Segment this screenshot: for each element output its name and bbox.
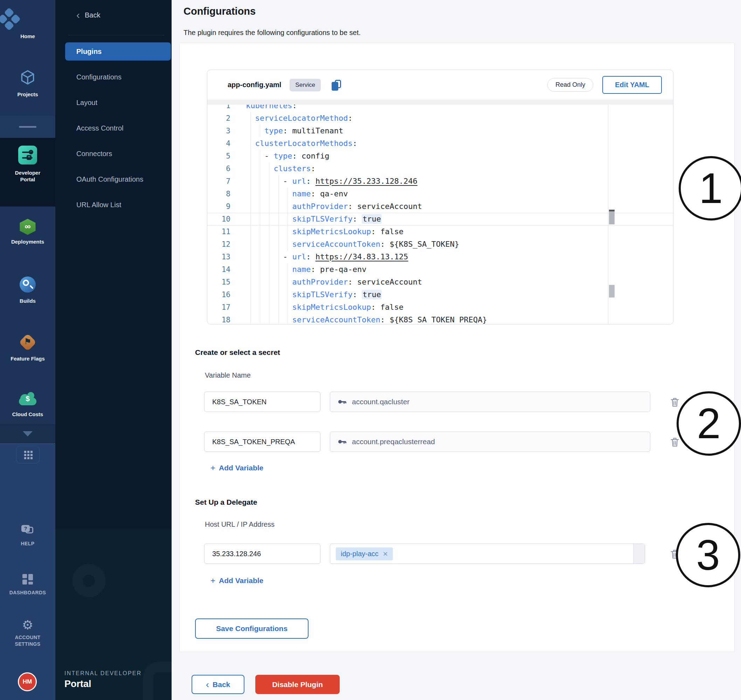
sidebar-item-dashboards[interactable]: DASHBOARDS [0,574,55,596]
screen: Home Projects Developer Portal ∞ Deploym… [0,0,741,700]
add-variable-button[interactable]: +Add Variable [211,463,263,473]
sidebar-item-help[interactable]: ? HELP [0,525,55,547]
save-configurations-button[interactable]: Save Configurations [195,618,308,639]
developer-portal-icon [18,146,37,165]
nav-item-access-control[interactable]: Access Control [77,121,164,135]
sidebar-item-projects[interactable]: Projects [0,69,55,98]
sidebar-item-label: ACCOUNT SETTINGS [9,634,47,647]
variable-name-input[interactable] [204,432,320,452]
nav-item-configurations[interactable]: Configurations [77,70,164,84]
back-link[interactable]: ‹Back [77,11,100,19]
feature-flags-icon: ⚑ [20,334,36,350]
service-badge: Service [290,79,321,91]
sidebar-item-account-settings[interactable]: ⚙ ACCOUNT SETTINGS [0,619,55,647]
disable-plugin-button[interactable]: Disable Plugin [255,675,340,694]
deployments-icon: ∞ [19,219,37,235]
chevron-left-icon: ‹ [77,9,80,21]
portal-title: Portal [65,679,91,690]
sidebar-item-label: Deployments [0,238,55,245]
sidebar-item-label: DASHBOARDS [0,590,55,596]
sidebar-item-feature-flags[interactable]: ⚑ Feature Flags [0,334,55,362]
remove-tag-icon[interactable]: ✕ [383,550,388,557]
decorative-ring [72,564,106,597]
sidebar-item-builds[interactable]: Builds [0,276,55,304]
nav-item-url-allow-list[interactable]: URL Allow List [77,198,164,212]
sidebar-item-label: Projects [0,91,55,98]
decorative-rounded-rect [143,662,172,700]
sidebar-item-label: Cloud Costs [0,411,55,418]
scrollbar-thumb[interactable] [609,210,614,224]
sidebar-item-label: Developer Portal [9,169,47,183]
key-icon [337,397,347,407]
yaml-editor-card: app-config.yaml Service Read Only Edit Y… [207,70,673,325]
module-sidebar: Home Projects Developer Portal ∞ Deploym… [0,0,55,700]
help-chat-icon: ? [21,525,34,535]
drag-handle-icon [19,126,37,128]
read-only-badge: Read Only [547,78,593,92]
horizontal-scrollbar-track[interactable] [207,100,673,104]
variable-name-label: Variable Name [205,371,251,379]
cloud-costs-icon: $ [18,391,37,406]
tag-field-suffix [633,544,645,563]
yaml-filename: app-config.yaml [228,81,281,89]
plugin-nav-sidebar: ‹Back Plugins Configurations Layout Acce… [55,0,172,700]
sidebar-item-deployments[interactable]: ∞ Deployments [0,219,55,245]
delegate-tag-chip: idp-play-acc✕ [336,547,393,560]
delegate-section-heading: Set Up a Delegate [195,498,257,506]
secret-value: account.preqaclusterread [352,437,435,446]
annotation-circle-3: 3 [676,523,740,587]
plus-icon: + [211,463,215,472]
chevron-left-icon: ‹ [206,679,209,690]
page-title: Configurations [184,6,256,17]
sidebar-bottom-band [0,443,55,700]
module-grid-button[interactable] [16,446,40,463]
nav-item-connectors[interactable]: Connectors [77,147,164,161]
host-url-input[interactable] [204,544,320,564]
apps-grid-icon [24,451,32,459]
variable-name-input[interactable] [204,392,320,412]
sidebar-collapse-band[interactable] [0,116,55,138]
gear-icon: ⚙ [22,618,33,632]
nav-footer-panel: INTERNAL DEVELOPER Portal [55,529,172,700]
secret-section-heading: Create or select a secret [195,348,280,357]
host-url-label: Host URL / IP Address [205,521,274,528]
annotation-circle-2: 2 [676,391,741,456]
secret-selector[interactable]: account.preqaclusterread [330,432,650,452]
sidebar-item-label: HELP [0,540,55,547]
sidebar-item-label: Home [0,33,55,40]
footer-back-button[interactable]: ‹Back [192,675,245,694]
annotation-circle-1: 1 [679,156,741,221]
delegate-tag-field[interactable]: idp-play-acc✕ [330,544,645,564]
plus-icon: + [211,576,215,585]
main-content: Configurations The plugin requires the f… [172,0,741,700]
key-icon [337,437,347,447]
user-avatar[interactable]: HM [18,672,37,691]
builds-icon [20,276,36,293]
code-lines: 1kubernetes:2serviceLocatorMethod:3type:… [207,104,673,324]
nav-item-layout[interactable]: Layout [77,96,164,110]
portal-eyebrow: INTERNAL DEVELOPER [65,670,141,676]
scrollbar-thumb[interactable] [609,285,614,297]
sidebar-item-label: Feature Flags [0,355,55,362]
divider [68,35,165,35]
sidebar-item-home[interactable]: Home [0,9,55,40]
secret-value: account.qacluster [352,398,410,406]
harness-home-icon [0,7,22,33]
sidebar-item-cloud-costs[interactable]: $ Cloud Costs [0,391,55,418]
chevron-down-icon[interactable] [23,431,32,437]
nav-item-plugins[interactable]: Plugins [65,42,171,60]
yaml-code-area[interactable]: 1kubernetes:2serviceLocatorMethod:3type:… [207,104,673,324]
dashboards-icon [22,574,33,584]
yaml-editor-header: app-config.yaml Service Read Only Edit Y… [207,70,673,100]
cube-icon [19,69,37,86]
page-subtitle: The plugin requires the following config… [184,29,361,37]
add-variable-button[interactable]: +Add Variable [211,576,263,585]
copy-icon[interactable] [331,79,343,91]
secret-selector[interactable]: account.qacluster [330,392,650,412]
sidebar-item-label: Builds [0,297,55,304]
nav-item-oauth-configurations[interactable]: OAuth Configurations [77,172,164,186]
configurations-card: app-config.yaml Service Read Only Edit Y… [179,43,735,652]
edit-yaml-button[interactable]: Edit YAML [603,76,662,94]
sidebar-item-developer-portal[interactable]: Developer Portal [0,146,55,183]
